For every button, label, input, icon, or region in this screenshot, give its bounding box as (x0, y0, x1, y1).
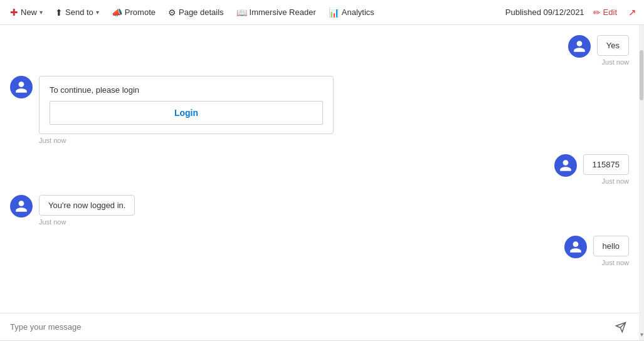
message-yes: Yes Just now (10, 35, 629, 66)
main-area: Yes Just now (0, 25, 644, 340)
gear-icon: ⚙ (168, 8, 176, 18)
login-prompt: To continue, please login (50, 85, 323, 95)
hello-time: Just now (602, 259, 629, 266)
yes-bubble: Yes (597, 35, 629, 56)
user-icon-2 (559, 159, 573, 172)
expand-button[interactable]: ↗ (626, 4, 639, 21)
message-logged-in: You're now logged in. Just now (10, 195, 629, 226)
avatar-hello (564, 236, 587, 258)
plus-icon: ✚ (10, 7, 18, 18)
send-label: Send to (65, 8, 93, 17)
page-details-label: Page details (179, 8, 224, 17)
avatar-yes (568, 35, 591, 58)
expand-icon: ↗ (628, 7, 636, 18)
message-login: To continue, please login Login Just now (10, 76, 629, 144)
immersive-reader-label: Immersive Reader (250, 8, 316, 17)
promote-button[interactable]: 📣 Promote (107, 5, 161, 20)
msg-content-hello: hello Just now (593, 236, 629, 266)
yes-text: Yes (606, 41, 620, 50)
send-to-button[interactable]: ⬆ Send to ▾ (50, 5, 104, 20)
login-button[interactable]: Login (50, 101, 323, 125)
logged-in-text: You're now logged in. (48, 201, 125, 210)
promote-icon: 📣 (112, 8, 122, 18)
input-area (0, 313, 639, 340)
avatar-code (554, 154, 577, 177)
new-label: New (21, 8, 37, 17)
edit-button[interactable]: ✏ Edit (589, 5, 621, 20)
edit-icon: ✏ (593, 8, 601, 18)
toolbar: ✚ New ▾ ⬆ Send to ▾ 📣 Promote ⚙ Page det… (0, 0, 644, 25)
logged-in-time: Just now (39, 218, 135, 226)
message-input[interactable] (10, 322, 613, 332)
chat-messages[interactable]: Yes Just now (0, 25, 639, 313)
logged-in-bubble: You're now logged in. (39, 195, 135, 216)
new-chevron: ▾ (40, 9, 43, 16)
yes-time: Just now (602, 58, 629, 66)
msg-content-logged: You're now logged in. Just now (39, 195, 135, 226)
send-chevron: ▾ (96, 9, 99, 16)
published-status: Published 09/12/2021 (505, 8, 584, 17)
scrollbar-thumb[interactable] (640, 50, 643, 100)
edit-label: Edit (603, 8, 617, 17)
login-time: Just now (39, 137, 334, 144)
analytics-button[interactable]: 📊 Analytics (324, 5, 379, 20)
msg-content-code: 115875 Just now (583, 154, 629, 185)
send-icon: ⬆ (55, 8, 63, 18)
chat-container: Yes Just now (0, 25, 639, 340)
code-bubble: 115875 (583, 154, 629, 175)
message-hello: hello Just now (10, 236, 629, 266)
analytics-icon: 📊 (329, 8, 339, 18)
msg-content-login: To continue, please login Login Just now (39, 76, 334, 144)
toolbar-right: Published 09/12/2021 ✏ Edit ↗ (505, 4, 639, 21)
scroll-down-arrow[interactable]: ▾ (639, 331, 644, 338)
avatar-bot (10, 76, 33, 98)
send-button[interactable] (613, 319, 629, 335)
message-code: 115875 Just now (10, 154, 629, 185)
promote-label: Promote (125, 8, 156, 17)
code-text: 115875 (593, 160, 620, 169)
send-icon (615, 322, 626, 333)
user-icon-3 (569, 240, 583, 254)
bot-icon-2 (14, 199, 28, 213)
login-card: To continue, please login Login (39, 76, 334, 134)
reader-icon: 📖 (236, 8, 247, 18)
immersive-reader-button[interactable]: 📖 Immersive Reader (231, 5, 321, 20)
page-details-button[interactable]: ⚙ Page details (163, 5, 229, 20)
bot-icon (14, 80, 28, 94)
user-icon (573, 39, 586, 53)
analytics-label: Analytics (342, 8, 374, 17)
msg-content-yes: Yes Just now (597, 35, 629, 66)
hello-text: hello (603, 241, 620, 251)
code-time: Just now (602, 177, 629, 185)
avatar-bot-2 (10, 195, 33, 218)
hello-bubble: hello (593, 236, 629, 256)
new-button[interactable]: ✚ New ▾ (5, 4, 48, 21)
scrollbar-track[interactable]: ▾ (639, 25, 644, 340)
